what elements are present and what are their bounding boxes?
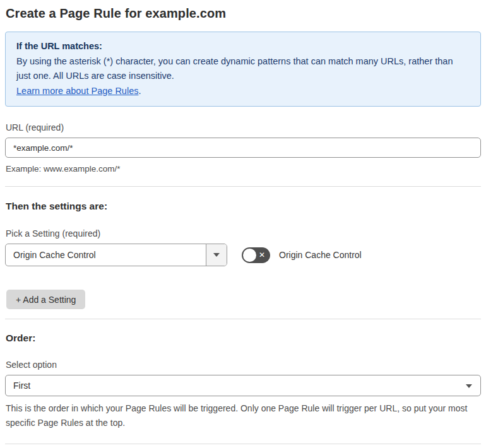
info-box-body: By using the asterisk (*) character, you… bbox=[16, 54, 470, 84]
add-setting-button[interactable]: + Add a Setting bbox=[6, 290, 85, 309]
url-match-info-box: If the URL matches: By using the asteris… bbox=[5, 32, 481, 107]
divider bbox=[5, 444, 481, 444]
order-select[interactable]: First bbox=[5, 375, 481, 396]
info-box-link-line: Learn more about Page Rules. bbox=[16, 84, 470, 99]
info-box-heading: If the URL matches: bbox=[16, 39, 470, 54]
learn-more-link[interactable]: Learn more about Page Rules bbox=[16, 86, 138, 96]
order-section-heading: Order: bbox=[6, 333, 481, 344]
order-select-value: First bbox=[13, 380, 30, 391]
link-period: . bbox=[138, 86, 141, 96]
setting-select[interactable]: Origin Cache Control bbox=[5, 244, 227, 266]
divider bbox=[5, 186, 481, 187]
url-label: URL (required) bbox=[6, 122, 481, 133]
settings-section-heading: Then the settings are: bbox=[6, 201, 481, 212]
divider bbox=[5, 319, 481, 319]
page-title: Create a Page Rule for example.com bbox=[6, 6, 481, 21]
setting-select-arrow-button[interactable] bbox=[206, 244, 227, 266]
toggle-off-x-icon: ✕ bbox=[259, 251, 265, 259]
toggle-label: Origin Cache Control bbox=[279, 250, 362, 260]
order-help-text: This is the order in which your Page Rul… bbox=[6, 401, 481, 430]
setting-row: Origin Cache Control ✕ Origin Cache Cont… bbox=[5, 244, 481, 266]
chevron-down-icon bbox=[213, 253, 220, 257]
order-select-label: Select option bbox=[6, 360, 481, 370]
url-input[interactable] bbox=[5, 138, 481, 158]
chevron-down-icon bbox=[466, 384, 472, 388]
url-example-text: Example: www.example.com/* bbox=[6, 162, 481, 175]
pick-setting-label: Pick a Setting (required) bbox=[6, 228, 481, 239]
origin-cache-control-toggle[interactable]: ✕ bbox=[242, 247, 270, 263]
page-rule-form: Create a Page Rule for example.com If th… bbox=[0, 0, 486, 448]
setting-select-value: Origin Cache Control bbox=[6, 244, 206, 266]
toggle-knob bbox=[243, 249, 256, 262]
